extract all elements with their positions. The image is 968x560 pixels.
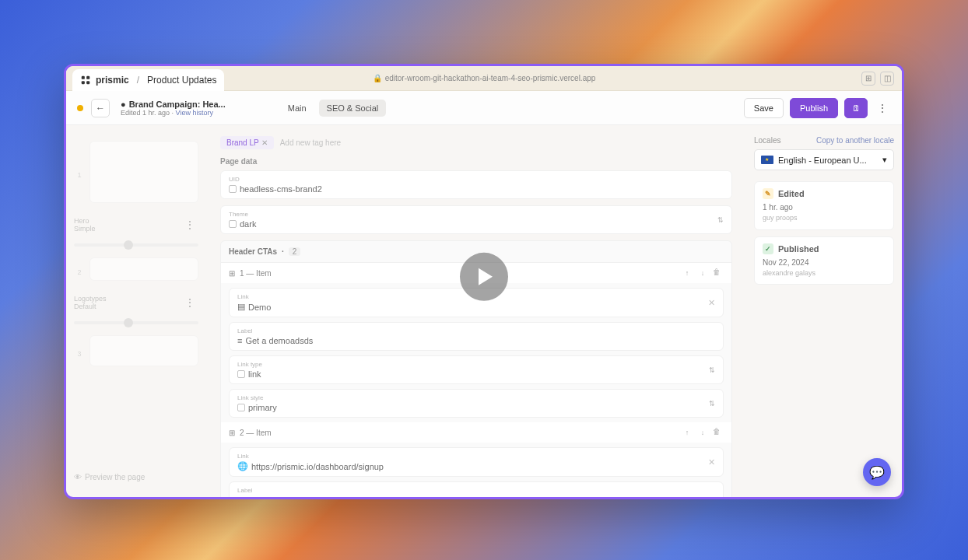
eye-icon: 👁 (74, 473, 82, 481)
slice-thumbnail (89, 141, 198, 203)
doc-subtitle: Edited 1 hr. ago · View history (121, 109, 226, 117)
svg-rect-0 (82, 75, 85, 79)
uid-field[interactable]: UID headless-cms-brand2 (220, 170, 732, 199)
link-style-field[interactable]: Link style primary ⇅ (229, 389, 724, 418)
check-icon: ✓ (763, 243, 773, 254)
chevron-updown-icon: ⇅ (709, 366, 715, 374)
chevron-updown-icon: ⇅ (717, 216, 724, 224)
lock-icon: 🔒 (373, 74, 382, 82)
browser-chrome: prismic / Product Updates 🔒 editor-wroom… (66, 66, 902, 91)
edited-time: 1 hr. ago (763, 202, 886, 213)
circle-icon (237, 370, 245, 378)
url-bar[interactable]: 🔒 editor-wroom-git-hackathon-ai-team-4-s… (373, 74, 596, 82)
slice-menu-icon[interactable]: ⋮ (181, 219, 198, 231)
view-history-link[interactable]: View history (176, 109, 213, 117)
sidebar-right: Locales Copy to another locale English -… (746, 125, 902, 497)
drag-icon[interactable]: ⊞ (229, 429, 235, 437)
back-button[interactable]: ← (91, 99, 110, 117)
prismic-logo-icon (80, 75, 91, 86)
tab-title: Product Updates (147, 75, 216, 86)
edited-card: ✎ Edited 1 hr. ago guy proops (754, 181, 894, 230)
move-up-icon[interactable]: ↑ (682, 268, 693, 278)
circle-icon (229, 220, 237, 228)
separator: / (137, 75, 139, 86)
copy-locale-link[interactable]: Copy to another locale (816, 136, 894, 145)
delete-icon[interactable]: 🗑 (713, 268, 724, 278)
edited-author: guy proops (763, 213, 886, 223)
panel-icon[interactable]: ◫ (880, 72, 894, 86)
doc-title: Brand Campaign: Hea... (129, 100, 226, 109)
svg-rect-2 (82, 81, 85, 84)
svg-rect-1 (86, 75, 89, 79)
drag-icon[interactable]: ⊞ (229, 269, 235, 278)
move-down-icon[interactable]: ↓ (697, 427, 708, 438)
slider-handle[interactable] (74, 243, 198, 247)
published-time: Nov 22, 2024 (763, 257, 886, 268)
clear-icon[interactable]: ✕ (708, 457, 715, 467)
schedule-button[interactable]: 🗓 (844, 98, 868, 118)
content-tabs: Main SEO & Social (280, 100, 386, 117)
content-area: 1 Hero Simple ⋮ 2 Logotypes Default (66, 125, 902, 497)
doc-icon: ▤ (237, 302, 245, 312)
published-author: alexandre galays (763, 268, 886, 278)
slice-thumbnail (89, 335, 198, 366)
intercom-chat-icon[interactable]: 💬 (863, 458, 891, 486)
tab-main[interactable]: Main (280, 100, 314, 117)
tab-seo-social[interactable]: SEO & Social (319, 100, 387, 117)
eu-flag-icon (761, 156, 773, 164)
more-menu-icon[interactable]: ⋮ (874, 102, 891, 114)
preview-page-link[interactable]: 👁 Preview the page (74, 473, 198, 481)
app-name: prismic (96, 75, 129, 86)
app-topbar: ← ● Brand Campaign: Hea... Edited 1 hr. … (66, 91, 902, 125)
list-item[interactable]: 2 (74, 257, 198, 287)
top-actions: Save Publish 🗓 ⋮ (744, 98, 891, 118)
locale-dropdown[interactable]: English - European U... ▾ (754, 149, 894, 170)
tag-chip[interactable]: Brand LP ✕ (220, 136, 274, 149)
tag-row: Brand LP ✕ Add new tag here (220, 136, 732, 149)
theme-field[interactable]: Theme dark ⇅ (220, 205, 732, 234)
globe-icon: 🌐 (237, 461, 248, 471)
slice-name: Logotypes (74, 295, 107, 303)
slider-handle[interactable] (74, 321, 198, 324)
move-up-icon[interactable]: ↑ (682, 427, 693, 438)
slice-thumbnail (89, 257, 198, 281)
add-tag-input[interactable]: Add new tag here (280, 138, 341, 147)
publish-button[interactable]: Publish (790, 98, 838, 118)
chevron-down-icon: ▾ (882, 155, 887, 165)
slice-menu-icon[interactable]: ⋮ (181, 296, 198, 309)
status-dot-icon (77, 105, 83, 111)
doc-info: ● Brand Campaign: Hea... Edited 1 hr. ag… (121, 100, 226, 117)
text-icon: ≡ (237, 495, 242, 497)
label-field[interactable]: Label ≡Get started (229, 481, 724, 497)
slice-variant: Default (74, 303, 107, 310)
slice-variant: Simple (74, 225, 96, 233)
list-item[interactable]: 1 (74, 141, 198, 209)
text-icon: ≡ (237, 336, 242, 345)
slice-rail: 1 Hero Simple ⋮ 2 Logotypes Default (66, 125, 206, 497)
clear-icon[interactable]: ✕ (708, 298, 715, 308)
browser-actions: ⊞ ◫ (861, 72, 894, 86)
locales-label: Locales (754, 136, 780, 145)
remove-tag-icon[interactable]: ✕ (261, 138, 268, 147)
circle-icon (237, 404, 245, 411)
extension-icon[interactable]: ⊞ (861, 72, 875, 86)
link-type-field[interactable]: Link type link ⇅ (229, 355, 724, 384)
section-page-data: Page data (220, 157, 732, 166)
hash-icon (229, 185, 237, 193)
list-item[interactable]: 3 (74, 335, 198, 373)
save-button[interactable]: Save (744, 98, 784, 118)
published-card: ✓ Published Nov 22, 2024 alexandre galay… (754, 236, 894, 285)
svg-rect-3 (86, 81, 89, 84)
slice-name: Hero (74, 217, 96, 225)
app-window: prismic / Product Updates 🔒 editor-wroom… (64, 64, 904, 499)
browser-tab[interactable]: prismic / Product Updates (72, 69, 224, 91)
group-item-header[interactable]: ⊞ 2 — Item ↑ ↓ 🗑 (221, 422, 731, 443)
link-field[interactable]: Link 🌐https://prismic.io/dashboard/signu… (229, 447, 724, 477)
label-field[interactable]: Label ≡Get a demoadsds (229, 322, 724, 351)
url-text: editor-wroom-git-hackathon-ai-team-4-seo… (385, 74, 596, 82)
move-down-icon[interactable]: ↓ (697, 268, 708, 278)
chevron-updown-icon: ⇅ (709, 400, 715, 408)
delete-icon[interactable]: 🗑 (713, 427, 724, 438)
pencil-icon: ✎ (763, 188, 773, 199)
play-button[interactable] (460, 253, 508, 301)
